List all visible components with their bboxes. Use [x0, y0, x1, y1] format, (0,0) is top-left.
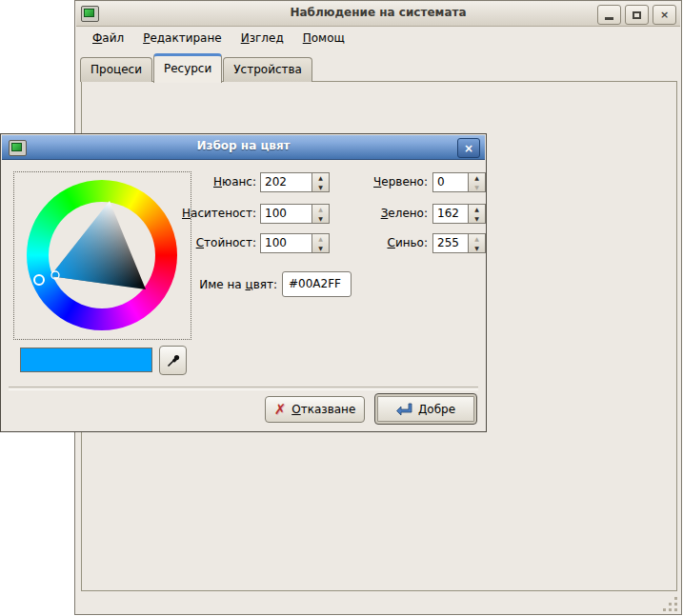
tab-processes[interactable]: Процеси: [80, 57, 152, 82]
green-spinner[interactable]: ▲▼: [469, 204, 486, 224]
spin-down-icon: ▼: [469, 244, 485, 253]
menu-help[interactable]: Помощ: [297, 30, 351, 47]
tab-bar: Процеси Ресурси Устройства: [80, 50, 313, 82]
maximize-button[interactable]: [625, 5, 649, 25]
blue-input[interactable]: 255: [432, 233, 469, 253]
minimize-icon: [605, 17, 613, 20]
green-input[interactable]: 162: [432, 204, 469, 224]
window-controls: ×: [597, 5, 676, 25]
color-preview-swatch: [20, 348, 152, 372]
window-titlebar[interactable]: Наблюдение на системата ×: [76, 2, 680, 27]
tab-resources[interactable]: Ресурси: [153, 53, 222, 83]
window-title: Наблюдение на системата: [76, 6, 680, 19]
menubar: Файл Редактиране Изглед Помощ: [81, 27, 679, 50]
ok-enter-icon: [396, 403, 412, 416]
close-icon: ×: [660, 9, 669, 21]
spin-down-icon: ▼: [469, 183, 485, 192]
green-label: Зелено:: [287, 207, 428, 220]
menu-file[interactable]: Файл: [87, 30, 130, 47]
hue-ring[interactable]: [27, 180, 177, 330]
eyedropper-icon: [166, 353, 181, 368]
hue-label: Нюанс:: [20, 175, 256, 189]
dialog-separator: [9, 387, 478, 390]
minimize-button[interactable]: [597, 5, 621, 25]
hsv-triangle[interactable]: [27, 180, 177, 330]
spin-down-icon: ▼: [469, 214, 485, 224]
color-name-input[interactable]: #00A2FF: [282, 271, 352, 297]
saturation-label: Наситеност:: [20, 207, 256, 220]
spin-up-icon: ▲: [469, 173, 485, 183]
color-name-label: Име на цвят:: [20, 278, 277, 291]
screen: Наблюдение на системата × Файл Редактира…: [0, 0, 683, 616]
dialog-titlebar[interactable]: Избор на цвят ×: [2, 135, 485, 160]
dialog-close-button[interactable]: ×: [457, 138, 480, 158]
close-button[interactable]: ×: [653, 5, 676, 25]
color-picker-dialog: Избор на цвят ×: [0, 133, 487, 432]
close-icon: ×: [464, 142, 473, 155]
maximize-icon: [633, 11, 641, 19]
value-label: Стойност:: [20, 236, 256, 249]
blue-spinner[interactable]: ▲▼: [469, 233, 486, 253]
menu-edit[interactable]: Редактиране: [137, 30, 228, 47]
red-label: Червено:: [287, 175, 428, 189]
red-spinner[interactable]: ▲▼: [469, 172, 486, 192]
spin-up-icon: ▲: [469, 234, 485, 244]
color-wheel-frame: [13, 171, 191, 340]
ok-button[interactable]: Добре: [374, 393, 477, 425]
cancel-x-icon: ✗: [274, 403, 287, 417]
tab-devices[interactable]: Устройства: [223, 57, 312, 82]
resize-grip[interactable]: [660, 596, 679, 613]
spin-up-icon: ▲: [469, 205, 485, 214]
blue-label: Синьо:: [287, 236, 428, 249]
cancel-button[interactable]: ✗ Отказване: [265, 396, 365, 423]
menu-view[interactable]: Изглед: [235, 30, 290, 47]
eyedropper-button[interactable]: [159, 346, 187, 375]
red-input[interactable]: 0: [432, 172, 469, 192]
dialog-title: Избор на цвят: [2, 139, 485, 152]
